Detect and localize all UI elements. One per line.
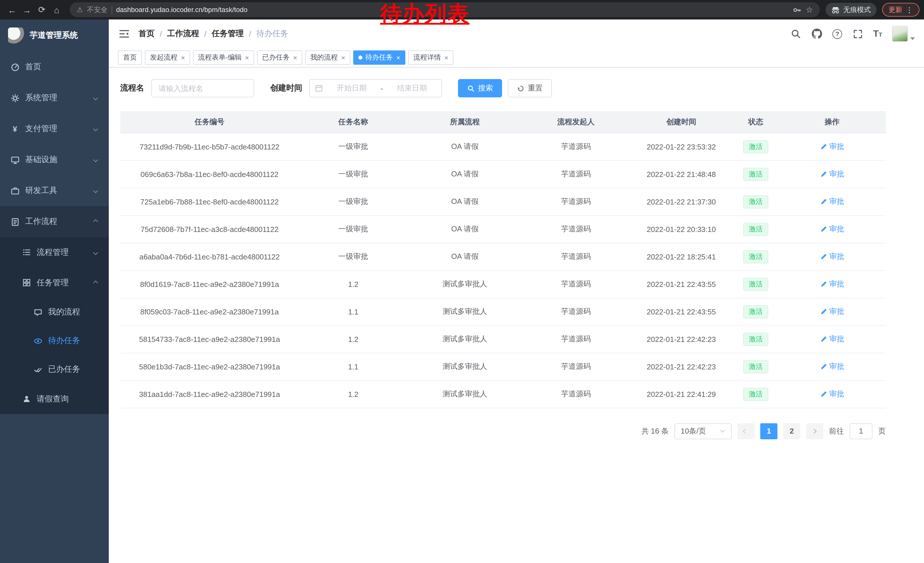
refresh-icon[interactable]: ⟳ xyxy=(34,2,49,17)
back-icon[interactable]: ← xyxy=(4,2,20,17)
sidebar-item-my-process[interactable]: 我的流程 xyxy=(0,298,109,326)
tab-process-detail[interactable]: 流程详情 × xyxy=(408,50,453,65)
goto-page-input[interactable] xyxy=(850,423,873,439)
cell-initiator: 芋道源码 xyxy=(522,215,630,243)
approve-link[interactable]: 审批 xyxy=(820,362,844,372)
close-icon[interactable]: × xyxy=(181,54,185,61)
close-icon[interactable]: × xyxy=(444,54,448,61)
avatar[interactable] xyxy=(892,26,908,42)
sidebar-item-devtools[interactable]: 研发工具 xyxy=(0,175,109,206)
status-badge: 激活 xyxy=(743,140,768,153)
tab-home[interactable]: 首页 xyxy=(118,50,142,65)
update-chip[interactable]: 更新 ⋮ xyxy=(882,3,920,17)
list-icon xyxy=(22,248,31,257)
approve-link[interactable]: 审批 xyxy=(820,224,844,234)
sidebar-item-leave-query[interactable]: 请假查询 xyxy=(0,384,109,414)
date-range-picker[interactable]: 开始日期 - 结束日期 xyxy=(309,79,442,98)
bookmark-star-icon[interactable]: ☆ xyxy=(806,5,813,14)
breadcrumb: 首页 / 工作流程 / 任务管理 / 待办任务 xyxy=(138,29,288,39)
process-name-input[interactable] xyxy=(151,79,254,98)
cell-created: 2022-01-22 21:48:48 xyxy=(630,161,733,188)
close-icon[interactable]: × xyxy=(293,54,297,61)
table-header: 任务编号 任务名称 所属流程 流程发起人 创建时间 状态 操作 xyxy=(120,111,886,133)
edit-icon xyxy=(820,198,827,205)
app-logo[interactable]: 芋道管理系统 xyxy=(0,20,109,51)
cell-status: 激活 xyxy=(733,133,778,161)
sidebar-item-payment[interactable]: ¥ 支付管理 xyxy=(0,113,109,144)
approve-link[interactable]: 审批 xyxy=(820,306,844,317)
cell-actions: 审批 xyxy=(778,298,886,325)
approve-link[interactable]: 审批 xyxy=(820,197,844,207)
cell-process: OA 请假 xyxy=(408,243,522,270)
sidebar-item-home[interactable]: 首页 xyxy=(0,51,109,83)
cell-process: 测试多审批人 xyxy=(408,353,522,380)
sidebar-item-done-task[interactable]: 已办任务 xyxy=(0,355,109,384)
home-icon[interactable]: ⌂ xyxy=(49,2,64,17)
close-icon[interactable]: × xyxy=(341,54,345,61)
breadcrumb-task-management[interactable]: 任务管理 xyxy=(212,29,244,39)
page-unit-label: 页 xyxy=(878,426,886,436)
close-icon[interactable]: × xyxy=(245,54,249,61)
tab-process-form-edit[interactable]: 流程表单-编辑 × xyxy=(193,50,254,65)
sidebar-item-workflow[interactable]: 工作流程 xyxy=(0,206,109,237)
reset-button[interactable]: 重置 xyxy=(508,79,552,98)
sidebar-item-infrastructure[interactable]: 基础设施 xyxy=(0,144,109,175)
search-icon[interactable] xyxy=(790,28,801,39)
approve-label: 审批 xyxy=(829,306,844,317)
edit-icon xyxy=(820,390,827,398)
status-badge: 激活 xyxy=(743,222,768,236)
close-icon[interactable]: × xyxy=(396,54,400,61)
browser-menu-icon[interactable]: ⋮ xyxy=(906,6,913,14)
breadcrumb-workflow[interactable]: 工作流程 xyxy=(167,29,199,39)
edit-icon xyxy=(820,226,827,233)
forward-icon[interactable]: → xyxy=(20,2,34,17)
approve-link[interactable]: 审批 xyxy=(820,389,844,399)
cell-initiator: 芋道源码 xyxy=(522,325,630,353)
cell-created: 2022-01-22 21:37:30 xyxy=(630,188,733,215)
sidebar-menu: 首页 系统管理 ¥ 支付管理 xyxy=(0,51,109,414)
sidebar-item-label: 支付管理 xyxy=(25,124,88,134)
prev-page-button[interactable] xyxy=(737,423,754,439)
filter-form: 流程名 创建时间 开始日期 - 结束日期 搜索 重 xyxy=(120,79,924,98)
page-button-2[interactable]: 2 xyxy=(783,423,800,439)
table-row: 580e1b3d-7ac8-11ec-a9e2-a2380e71991a 1.1… xyxy=(120,353,886,380)
fullscreen-icon[interactable] xyxy=(852,28,863,39)
approve-label: 审批 xyxy=(829,197,844,207)
approve-link[interactable]: 审批 xyxy=(820,251,844,262)
search-button[interactable]: 搜索 xyxy=(458,79,502,98)
cell-task-id: 580e1b3d-7ac8-11ec-a9e2-a2380e71991a xyxy=(120,353,299,380)
chat-bubble-icon xyxy=(33,308,42,317)
tab-start-process[interactable]: 发起流程 × xyxy=(145,50,190,65)
table-row: 73211d9d-7b9b-11ec-b5b7-acde48001122 一级审… xyxy=(120,133,886,161)
sidebar-item-task-management[interactable]: 任务管理 xyxy=(0,267,109,298)
key-icon[interactable] xyxy=(793,6,802,14)
github-icon[interactable] xyxy=(811,28,823,39)
cell-initiator: 芋道源码 xyxy=(522,188,630,215)
cell-status: 激活 xyxy=(733,161,778,188)
page-button-1[interactable]: 1 xyxy=(760,423,777,439)
tab-done-task[interactable]: 已办任务 × xyxy=(257,50,302,65)
help-icon[interactable]: ? xyxy=(832,29,842,39)
font-size-icon[interactable]: TT xyxy=(873,29,882,39)
reset-button-label: 重置 xyxy=(528,83,543,93)
approve-link[interactable]: 审批 xyxy=(820,141,844,152)
user-menu[interactable] xyxy=(892,26,915,42)
sidebar-item-todo-task[interactable]: 待办任务 xyxy=(0,326,109,355)
sidebar-item-system[interactable]: 系统管理 xyxy=(0,83,109,113)
edit-icon xyxy=(820,363,827,370)
tab-my-process[interactable]: 我的流程 × xyxy=(305,50,350,65)
page-size-select[interactable]: 10条/页 xyxy=(674,423,732,439)
next-page-button[interactable] xyxy=(806,423,823,439)
cell-process: 测试多审批人 xyxy=(408,270,522,298)
approve-link[interactable]: 审批 xyxy=(820,169,844,179)
approve-link[interactable]: 审批 xyxy=(820,279,844,289)
sidebar-item-label: 工作流程 xyxy=(25,216,88,227)
cell-task-id: 725a1eb6-7b88-11ec-8ef0-acde48001122 xyxy=(120,188,299,215)
cell-status: 激活 xyxy=(733,270,778,298)
tab-todo-task[interactable]: 待办任务 × xyxy=(353,50,405,65)
sidebar: 芋道管理系统 首页 系统管理 ¥ xyxy=(0,20,109,563)
sidebar-item-process-management[interactable]: 流程管理 xyxy=(0,237,109,267)
approve-link[interactable]: 审批 xyxy=(820,334,844,344)
breadcrumb-home[interactable]: 首页 xyxy=(138,29,154,39)
sidebar-collapse-icon[interactable] xyxy=(118,27,130,40)
